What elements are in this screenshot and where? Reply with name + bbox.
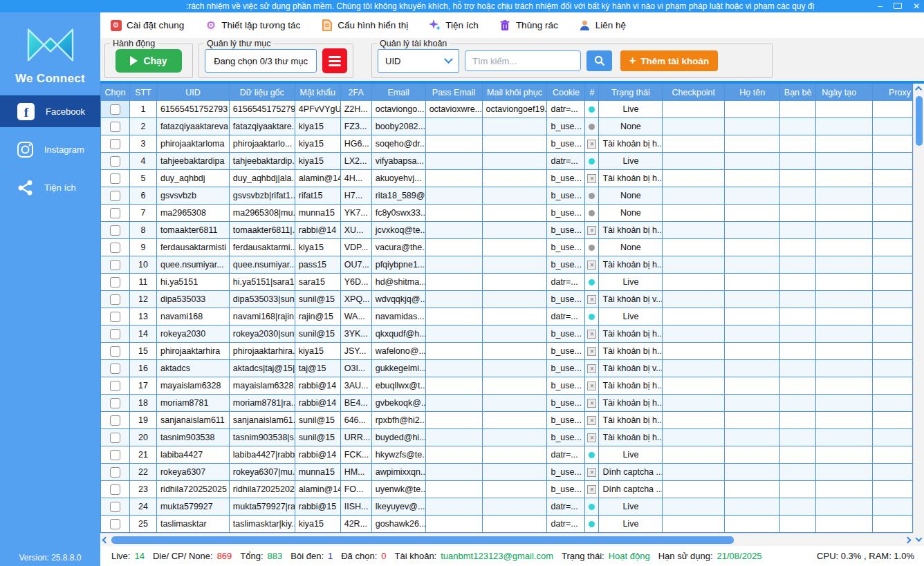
row-checkbox[interactable] <box>110 329 120 339</box>
cell-select[interactable] <box>101 239 130 256</box>
table-row[interactable]: 14rokeya2030rokeya2030|sun...sunil@153YK… <box>100 326 913 343</box>
row-checkbox[interactable] <box>110 415 120 426</box>
table-row[interactable]: 9ferdausaktarmistiferdausaktarmi...kiya1… <box>100 239 913 256</box>
folder-menu-button[interactable] <box>322 48 347 73</box>
cell-select[interactable] <box>101 343 130 360</box>
table-row[interactable]: 22rokeya6307rokeya6307|mu...munna15HM...… <box>100 464 913 481</box>
cell-select[interactable] <box>101 118 130 135</box>
sidebar-item-instagram[interactable]: Instagram <box>0 133 100 165</box>
scroll-left-arrow-icon[interactable] <box>100 534 111 547</box>
table-row[interactable]: 7ma2965308ma2965308|mu...munna15YK7...fc… <box>100 205 913 222</box>
table-row[interactable]: 13navami168navami168|rajin...rajin@15WA.… <box>100 308 913 326</box>
search-button[interactable] <box>586 50 612 71</box>
row-checkbox[interactable] <box>110 191 120 201</box>
table-row[interactable]: 3phirojaaktarlomaphirojaaktarlo...kiya15… <box>100 135 913 153</box>
run-button[interactable]: Chạy <box>115 49 182 73</box>
row-checkbox[interactable] <box>110 208 120 218</box>
cell-select[interactable] <box>101 326 130 343</box>
table-row[interactable]: 25taslimasktartaslimasktar|kiy...kiya154… <box>100 516 913 533</box>
table-row[interactable]: 6gsvsvbzbgsvsvbzb|rifat1...rifat15H7...r… <box>100 187 913 205</box>
vertical-scroll-thumb[interactable] <box>916 96 923 146</box>
row-checkbox[interactable] <box>110 225 120 236</box>
row-checkbox[interactable] <box>110 364 120 374</box>
cell-select[interactable] <box>101 429 130 446</box>
table-row[interactable]: 21labiba4427labiba4427|rabb...rabbi@14FC… <box>100 446 913 464</box>
cell-select[interactable] <box>101 516 130 533</box>
table-row[interactable]: 5duy_aqhbdjduy_aqhbdj|ala...alamin@144H.… <box>100 170 913 187</box>
sidebar-item-tien-ich[interactable]: Tiện ích <box>0 171 100 203</box>
maximize-button[interactable] <box>894 0 902 12</box>
horizontal-scroll-thumb[interactable] <box>111 536 734 544</box>
vertical-scrollbar[interactable] <box>913 84 924 533</box>
table-row[interactable]: 16aktadcsaktadcs|taj@15|...taj@15O3I...g… <box>100 360 913 377</box>
row-checkbox[interactable] <box>110 104 120 115</box>
table-row[interactable]: 11hi.ya5151hi.ya5151|sara1...sara15Y6D..… <box>100 274 913 291</box>
table-row[interactable]: 15phirojaaktarhiraphirojaaktarhira...kiy… <box>100 343 913 360</box>
table-row[interactable]: 20tasnim903538tasnim903538|s...sunil@15U… <box>100 429 913 446</box>
cell-select[interactable] <box>101 101 130 118</box>
toolbar-item-cau-hinh-hien-thi[interactable]: Cấu hình hiển thị <box>321 19 408 31</box>
cell-select[interactable] <box>101 256 130 274</box>
row-checkbox[interactable] <box>110 484 120 495</box>
table-row[interactable]: 10quee.nsumiyar...quee.nsumiyar...pass15… <box>100 256 913 274</box>
cell-select[interactable] <box>101 464 130 481</box>
cell-select[interactable] <box>101 187 130 205</box>
scroll-up-arrow-icon[interactable] <box>914 84 924 95</box>
row-checkbox[interactable] <box>110 277 120 287</box>
row-checkbox[interactable] <box>110 450 120 460</box>
close-button[interactable]: ✕ <box>913 0 920 12</box>
toolbar-item-thiet-lap-tuong-tac[interactable]: ⚙ Thiết lập tương tác <box>205 19 300 31</box>
cell-select[interactable] <box>101 412 130 429</box>
table-row[interactable]: 12dipa535033dipa535033|sun...sunil@15XPQ… <box>100 291 913 308</box>
row-checkbox[interactable] <box>110 398 120 408</box>
table-row[interactable]: 2fatazqiyaaktarevafatazqiyaaktare...kiya… <box>100 118 913 135</box>
table-row[interactable]: 8tomaakter6811tomaakter6811|...rabbi@14X… <box>100 222 913 239</box>
cell-select[interactable] <box>101 481 130 498</box>
cell-select[interactable] <box>101 360 130 377</box>
table-row[interactable]: 23ridhila720252025ridhila72025202...alam… <box>100 481 913 498</box>
row-checkbox[interactable] <box>110 346 120 357</box>
search-input[interactable] <box>465 50 581 71</box>
cell-select[interactable] <box>101 170 130 187</box>
folder-select-button[interactable]: Đang chọn 0/3 thư mục <box>205 49 317 73</box>
table-row[interactable]: 1615654517527936156545175279...4PFvVYgUZ… <box>100 101 913 118</box>
toolbar-item-cai-dat-chung[interactable]: ⚙ Cài đặt chung <box>110 19 184 31</box>
row-checkbox[interactable] <box>110 381 120 391</box>
toolbar-item-lien-he[interactable]: Liên hệ <box>579 19 626 31</box>
row-checkbox[interactable] <box>110 294 120 305</box>
minimize-button[interactable]: – <box>878 0 883 12</box>
cell-select[interactable] <box>101 446 130 464</box>
scroll-right-arrow-icon[interactable] <box>903 534 913 547</box>
cell-select[interactable] <box>101 222 130 239</box>
row-checkbox[interactable] <box>110 260 120 270</box>
horizontal-scrollbar[interactable] <box>100 533 913 546</box>
cell-select[interactable] <box>101 395 130 412</box>
row-checkbox[interactable] <box>110 156 120 167</box>
cell-select[interactable] <box>101 274 130 291</box>
row-checkbox[interactable] <box>110 433 120 443</box>
sidebar-item-facebook[interactable]: f Facebook <box>0 95 100 127</box>
scroll-down-arrow-icon[interactable] <box>913 533 924 546</box>
table-row[interactable]: 19sanjanaislam611sanjanaislam61...sunil@… <box>100 412 913 429</box>
row-checkbox[interactable] <box>110 312 120 322</box>
row-checkbox[interactable] <box>110 173 120 184</box>
table-row[interactable]: 24mukta579927mukta579927|ra...rabbi@15II… <box>100 498 913 516</box>
filter-type-select[interactable]: UID <box>378 49 459 73</box>
table-row[interactable]: 18moriam8781moriam8781|ra...rabbi@14BE4.… <box>100 395 913 412</box>
cell-select[interactable] <box>101 135 130 153</box>
toolbar-item-thung-rac[interactable]: Thùng rác <box>499 19 558 31</box>
row-checkbox[interactable] <box>110 519 120 529</box>
cell-select[interactable] <box>101 153 130 170</box>
add-account-button[interactable]: + Thêm tài khoản <box>620 50 718 71</box>
toolbar-item-tien-ich[interactable]: Tiện ích <box>429 19 479 31</box>
cell-select[interactable] <box>101 377 130 395</box>
row-checkbox[interactable] <box>110 502 120 512</box>
table-row[interactable]: 17mayaislam6328mayaislam6328...rabbi@143… <box>100 377 913 395</box>
table-row[interactable]: 4tahjeebaktardipatahjeebaktardip...kiya1… <box>100 153 913 170</box>
row-checkbox[interactable] <box>110 467 120 478</box>
cell-select[interactable] <box>101 291 130 308</box>
cell-select[interactable] <box>101 205 130 222</box>
row-checkbox[interactable] <box>110 122 120 132</box>
cell-select[interactable] <box>101 308 130 326</box>
row-checkbox[interactable] <box>110 243 120 253</box>
